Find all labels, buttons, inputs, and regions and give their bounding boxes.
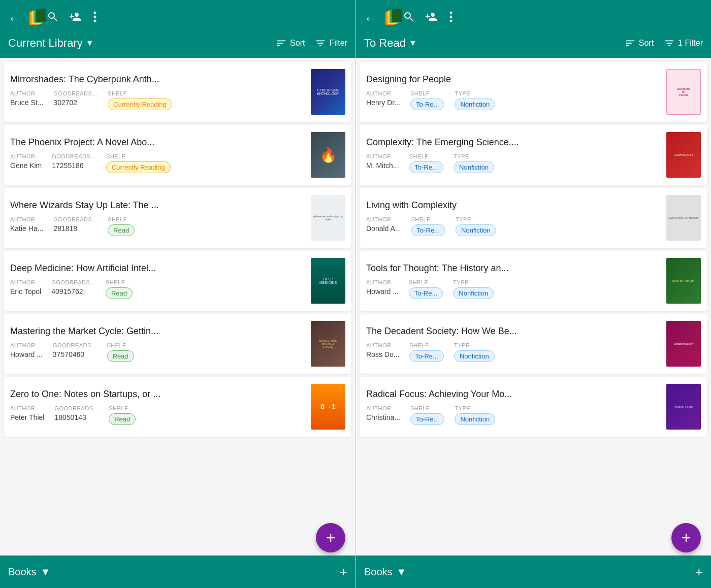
sort-button-1[interactable]: Sort — [276, 38, 305, 49]
table-row[interactable]: Where Wizards Stay Up Late: The ... AUTH… — [4, 188, 351, 248]
status-badge: Read — [107, 350, 134, 362]
books-label-2: Books — [364, 566, 393, 578]
bottom-add-button-1[interactable]: + — [340, 564, 347, 580]
sort-label-1: Sort — [290, 39, 305, 48]
table-row[interactable]: The Phoenix Project: A Novel Abo... AUTH… — [4, 125, 351, 185]
filter-label-1: Filter — [329, 39, 347, 48]
add-book-fab-2[interactable]: + — [671, 523, 701, 552]
back-icon-2[interactable]: ← — [364, 11, 377, 26]
book-cover: Radical Focus — [666, 384, 701, 430]
book-cover: Living with Complexity — [666, 195, 701, 241]
book-info: Living with Complexity AUTHOR Donald A..… — [366, 200, 666, 236]
add-book-fab-1[interactable]: + — [316, 523, 345, 552]
back-icon-1[interactable]: ← — [8, 11, 21, 26]
search-icon-1[interactable] — [47, 11, 59, 26]
book-title: Zero to One: Notes on Startups, or ... — [10, 388, 306, 400]
meta-type: TYPE Nonfiction — [454, 342, 495, 362]
book-title: Mastering the Market Cycle: Gettin... — [10, 325, 306, 337]
book-info: Deep Medicine: How Artificial Intel... A… — [10, 263, 311, 299]
status-badge: To-Re... — [409, 161, 444, 173]
subheader-1: Current Library ▼ Sort Filter — [0, 37, 356, 58]
more-menu-icon-1[interactable] — [93, 11, 96, 26]
meta-type: TYPE Nonfiction — [456, 216, 496, 236]
table-row[interactable]: Mirrorshades: The Cyberpunk Anth... AUTH… — [4, 62, 351, 122]
meta-author: AUTHOR Peter Thiel — [10, 405, 44, 421]
table-row[interactable]: The Decadent Society: How We Be... AUTHO… — [360, 314, 707, 374]
table-row[interactable]: Designing for People AUTHOR Henry Dr... … — [360, 62, 707, 122]
meta-goodreads: GOODREADS... 18050143 — [54, 405, 99, 421]
top-bar-2: ← — [356, 0, 711, 37]
svg-point-13 — [450, 20, 453, 22]
book-info: Mastering the Market Cycle: Gettin... AU… — [10, 325, 311, 362]
svg-point-6 — [94, 20, 96, 22]
book-title: Complexity: The Emerging Science.... — [366, 137, 661, 148]
type-badge: Nonfiction — [456, 224, 496, 236]
table-row[interactable]: Mastering the Market Cycle: Gettin... AU… — [4, 314, 351, 374]
meta-author: AUTHOR Gene Kim — [10, 153, 42, 170]
type-badge: Nonfiction — [455, 99, 495, 110]
book-meta: AUTHOR Bruce St... GOODREADS... 302702 S… — [10, 90, 306, 110]
book-title: Mirrorshades: The Cyberpunk Anth... — [10, 74, 306, 85]
meta-type: TYPE Nonfiction — [454, 153, 494, 173]
book-cover: where wizards stay up late — [311, 195, 345, 241]
type-badge: Nonfiction — [454, 350, 495, 362]
filter-label-2: 1 Filter — [678, 39, 703, 48]
app-logo-1 — [27, 9, 47, 28]
table-row[interactable]: Radical Focus: Achieving Your Mo... AUTH… — [360, 377, 707, 437]
meta-author: AUTHOR Eric Topol — [10, 279, 41, 296]
app-logo-2 — [383, 9, 403, 28]
meta-author: AUTHOR Donald A... — [366, 216, 401, 233]
meta-shelf: SHELF Read — [108, 216, 135, 236]
book-info: Mirrorshades: The Cyberpunk Anth... AUTH… — [10, 74, 311, 110]
book-meta: AUTHOR Eric Topol GOODREADS... 40915762 … — [10, 279, 306, 299]
status-badge: To-Re... — [409, 287, 443, 299]
book-info: Tools for Thought: The History an... AUT… — [366, 263, 666, 299]
add-person-icon-1[interactable] — [69, 11, 83, 26]
table-row[interactable]: Deep Medicine: How Artificial Intel... A… — [4, 251, 351, 311]
book-title: Where Wizards Stay Up Late: The ... — [10, 200, 306, 211]
book-cover: CYBERPUNKANTHOLOGY — [311, 69, 345, 115]
meta-author: AUTHOR Henry Dr... — [366, 90, 400, 107]
meta-author: AUTHOR M. Mitch... — [366, 153, 399, 170]
meta-shelf: SHELF Currently Reading — [106, 153, 171, 173]
sort-button-2[interactable]: Sort — [625, 38, 654, 49]
book-info: The Phoenix Project: A Novel Abo... AUTH… — [10, 137, 311, 173]
meta-shelf: SHELF To-Re... — [409, 279, 443, 299]
status-badge: To-Re... — [410, 413, 445, 425]
table-row[interactable]: Zero to One: Notes on Startups, or ... A… — [4, 377, 351, 437]
svg-rect-10 — [392, 9, 402, 22]
status-badge: Read — [109, 413, 136, 425]
book-title: Tools for Thought: The History an... — [366, 263, 661, 274]
book-meta: AUTHOR Howard ... GOODREADS... 37570460 … — [10, 342, 306, 362]
table-row[interactable]: Tools for Thought: The History an... AUT… — [360, 251, 707, 311]
book-meta: AUTHOR Henry Dr... SHELF To-Re... TYPE N… — [366, 90, 661, 110]
search-icon-2[interactable] — [403, 11, 415, 26]
meta-shelf: SHELF Currently Reading — [108, 90, 172, 110]
filter-button-2[interactable]: 1 Filter — [664, 38, 703, 49]
book-info: Designing for People AUTHOR Henry Dr... … — [366, 74, 666, 110]
library-selector-1[interactable]: Current Library ▼ — [8, 37, 272, 50]
book-meta: AUTHOR Katie Ha... GOODREADS... 281818 S… — [10, 216, 306, 236]
more-menu-icon-2[interactable] — [449, 11, 453, 26]
panel-current-library: ← Current Library ▼ Sort — [0, 0, 356, 588]
bottom-bar-2: Books ▼ + — [356, 556, 711, 588]
library-selector-2[interactable]: To Read ▼ — [364, 37, 621, 50]
book-cover: 🔥 — [311, 132, 345, 178]
table-row[interactable]: Living with Complexity AUTHOR Donald A..… — [360, 188, 707, 248]
meta-shelf: SHELF Read — [106, 279, 133, 299]
books-dropdown-2[interactable]: Books ▼ — [364, 566, 406, 578]
book-title: Living with Complexity — [366, 200, 661, 211]
status-badge: Currently Reading — [106, 161, 171, 173]
meta-shelf: SHELF To-Re... — [409, 153, 444, 173]
meta-shelf: SHELF To-Re... — [410, 405, 445, 425]
add-person-icon-2[interactable] — [425, 11, 439, 26]
sort-label-2: Sort — [639, 39, 654, 48]
books-dropdown-arrow-1: ▼ — [41, 566, 51, 578]
bottom-add-button-2[interactable]: + — [695, 564, 703, 580]
filter-button-1[interactable]: Filter — [315, 38, 347, 49]
books-dropdown-1[interactable]: Books ▼ — [8, 566, 50, 578]
table-row[interactable]: Complexity: The Emerging Science.... AUT… — [360, 125, 707, 185]
type-badge: Nonfiction — [455, 413, 495, 425]
top-bar-actions-1 — [47, 11, 96, 26]
library-name-2: To Read — [364, 37, 406, 50]
